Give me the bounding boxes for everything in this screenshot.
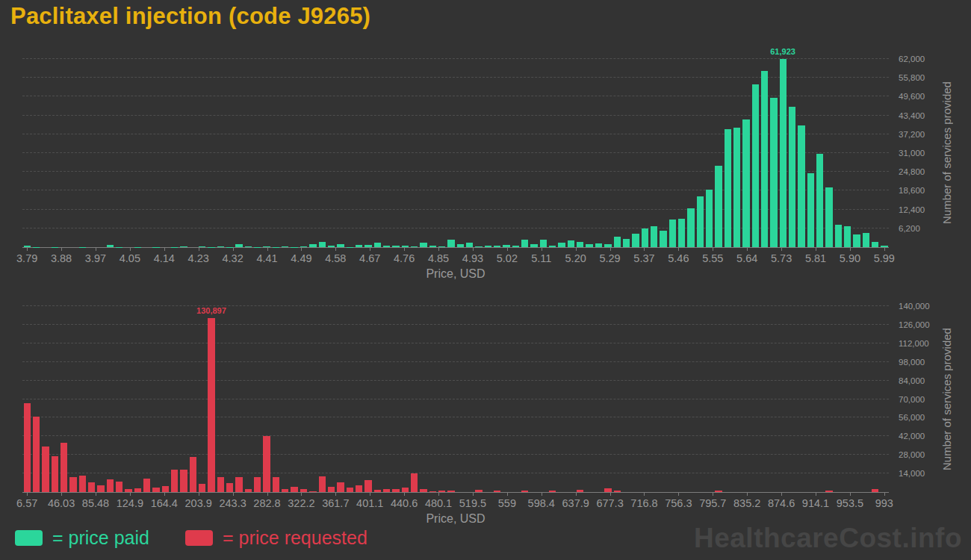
- x-tick-mark: [438, 493, 439, 496]
- x-tick-mark: [164, 493, 165, 496]
- y-axis-title: Number of services provided: [937, 306, 956, 492]
- y-tick-label: 14,000: [899, 469, 925, 478]
- bar: [116, 482, 122, 492]
- bar: [356, 485, 362, 492]
- y-tick-label: 112,000: [899, 339, 929, 348]
- bar: [715, 491, 722, 492]
- bar: [614, 491, 621, 492]
- bar: [143, 479, 150, 492]
- bar: [402, 488, 409, 492]
- bar: [392, 489, 399, 492]
- legend-item-price-paid: = price paid: [15, 527, 149, 549]
- x-tick-label: 361.7: [322, 497, 349, 509]
- bar: [180, 470, 187, 492]
- bar: [374, 490, 381, 492]
- x-tick-mark: [507, 493, 508, 496]
- x-tick-label: 440.6: [391, 497, 418, 509]
- bar: [309, 491, 316, 492]
- x-tick-mark: [27, 493, 28, 496]
- y-tick-label: 140,000: [899, 302, 930, 311]
- bar: [337, 482, 344, 492]
- x-tick-mark: [816, 493, 816, 496]
- bar: [245, 489, 252, 492]
- x-tick-labels: 6.5746.0385.48124.9164.4203.9243.3282.83…: [22, 497, 889, 509]
- y-tick-label: 84,000: [899, 376, 925, 385]
- bar: [263, 436, 270, 492]
- x-tick-label: 85.48: [82, 497, 109, 509]
- legend: = price paid = price requested: [15, 527, 367, 549]
- x-tick-label: 164.4: [151, 497, 178, 509]
- bar: [152, 488, 159, 492]
- y-tick-label: 56,000: [899, 413, 925, 422]
- x-tick-mark: [644, 493, 645, 496]
- x-tick-label: 835.2: [733, 497, 760, 509]
- bar: [24, 403, 31, 492]
- x-tick-mark: [335, 493, 336, 496]
- y-tick-label: 28,000: [899, 450, 925, 459]
- bar: [273, 477, 279, 492]
- bar: [825, 491, 832, 492]
- bar: [107, 479, 114, 492]
- x-tick-mark: [233, 493, 234, 496]
- x-tick-label: 401.1: [356, 497, 383, 509]
- x-tick-label: 637.9: [562, 497, 589, 509]
- bar: [291, 487, 297, 492]
- x-tick-mark: [199, 493, 199, 496]
- bar: [162, 486, 169, 492]
- bar: [328, 487, 335, 492]
- x-tick-label: 795.7: [699, 497, 726, 509]
- page: Paclitaxel injection (code J9265) 61,923…: [0, 0, 971, 560]
- price-paid-swatch-icon: [15, 530, 43, 546]
- x-tick-mark: [61, 493, 62, 496]
- x-tick-label: 716.8: [630, 497, 657, 509]
- price-requested-swatch-icon: [185, 530, 213, 546]
- bar: [521, 491, 528, 492]
- bar: [577, 490, 583, 492]
- bar: [282, 489, 288, 492]
- x-tick-label: 46.03: [48, 497, 75, 509]
- x-tick-mark: [678, 493, 679, 496]
- y-tick-label: 42,000: [899, 432, 925, 441]
- bar: [235, 477, 242, 492]
- bar: [364, 480, 371, 492]
- bar: [347, 488, 353, 492]
- bar: [475, 490, 482, 492]
- x-tick-label: 559: [498, 497, 516, 509]
- x-tick-label: 519.5: [459, 497, 486, 509]
- x-tick-mark: [542, 493, 542, 496]
- chart-price-requested: 130,897 6.5746.0385.48124.9164.4203.9243…: [0, 0, 971, 560]
- x-tick-label: 953.5: [837, 497, 863, 509]
- bar: [69, 477, 76, 492]
- x-tick-mark: [130, 493, 131, 496]
- bar: [42, 447, 49, 492]
- peak-value-label: 130,897: [196, 306, 226, 315]
- x-tick-mark: [576, 493, 577, 496]
- x-tick-mark: [884, 493, 885, 496]
- x-tick-label: 322.2: [288, 497, 314, 509]
- bar: [254, 477, 261, 492]
- bar: [549, 491, 556, 492]
- bar: [33, 417, 40, 492]
- x-tick-label: 124.9: [117, 497, 143, 509]
- x-tick-mark: [747, 493, 748, 496]
- x-tick-label: 914.1: [802, 497, 829, 509]
- watermark: HealthcareCost.info: [694, 523, 962, 554]
- x-tick-marks: [22, 493, 889, 497]
- legend-item-price-requested: = price requested: [185, 527, 367, 549]
- x-tick-label: 874.6: [768, 497, 795, 509]
- x-tick-label: 598.4: [528, 497, 555, 509]
- bars-price-requested: [22, 306, 889, 492]
- x-tick-mark: [301, 493, 302, 496]
- y-tick-label: 70,000: [899, 395, 925, 404]
- x-tick-mark: [96, 493, 96, 496]
- y-tick-labels: 14,00028,00042,00056,00070,00084,00098,0…: [899, 306, 937, 492]
- x-tick-label: 6.57: [16, 497, 37, 509]
- x-tick-label: 282.8: [253, 497, 280, 509]
- bar: [79, 476, 86, 492]
- x-tick-mark: [267, 493, 268, 496]
- legend-label-price-paid: = price paid: [52, 527, 149, 549]
- bar: [52, 456, 58, 492]
- x-tick-label: 243.3: [219, 497, 246, 509]
- bar: [226, 483, 233, 492]
- x-tick-label: 203.9: [185, 497, 212, 509]
